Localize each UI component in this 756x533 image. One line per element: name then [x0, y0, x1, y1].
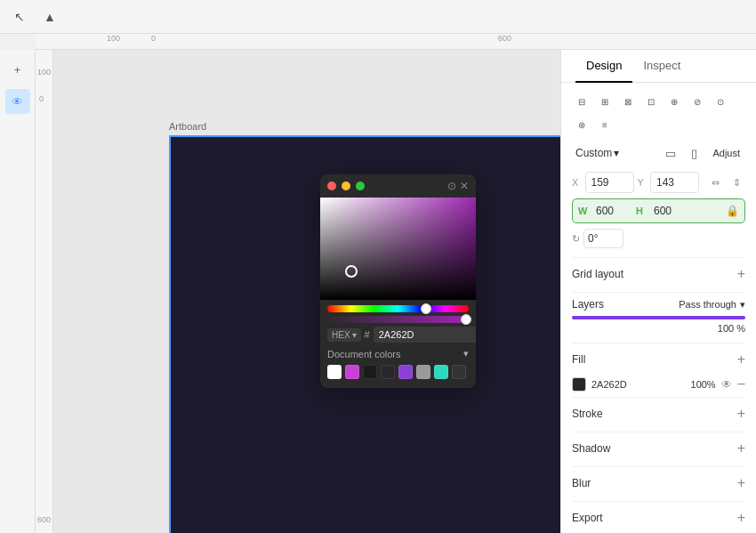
ruler-tick-100: 100 [107, 34, 120, 43]
fill-hex: 2A262D [591, 379, 686, 390]
flip-h-icon[interactable]: ⇔ [706, 174, 724, 191]
export-add[interactable]: + [737, 511, 745, 525]
blur-add[interactable]: + [737, 476, 745, 490]
swatch-white[interactable] [327, 365, 342, 379]
divider-3 [572, 343, 745, 343]
x-input[interactable] [585, 172, 634, 193]
picker-minimize-button[interactable] [342, 182, 350, 190]
stroke-add[interactable]: + [737, 407, 745, 421]
opacity-slider-fill [572, 316, 745, 319]
fill-item: 2A262D 100% 👁 − [572, 377, 745, 392]
picker-icons: ⊙ ✕ [447, 180, 469, 192]
stroke-header: Stroke + [572, 403, 745, 424]
rotation-icon: ↻ [572, 233, 580, 245]
lock-icon[interactable]: 🔒 [726, 205, 739, 217]
wh-size-row: W H 🔒 [572, 198, 745, 223]
swatch-dark1[interactable] [363, 365, 377, 379]
ruler-top: 100 0 600 [36, 34, 756, 50]
doc-colors-label: Document colors [327, 349, 401, 359]
canvas-area[interactable]: Artboard ⊙ ✕ [53, 50, 560, 533]
rotation-row: ↻ [572, 229, 745, 248]
divider-1 [572, 257, 745, 258]
picker-maximize-button[interactable] [356, 182, 365, 190]
stroke-title: Stroke [572, 408, 603, 420]
y-label: Y [638, 177, 647, 188]
ruler-tick-left-600: 600 [37, 515, 51, 524]
mobile-view-button[interactable]: ▯ [684, 143, 704, 163]
flip-v-icon[interactable]: ⇕ [728, 174, 745, 191]
fill-title: Fill [572, 353, 585, 366]
y-input[interactable] [650, 172, 699, 193]
device-buttons: ▭ ▯ [661, 143, 704, 163]
h-input[interactable] [650, 201, 690, 221]
swatch-teal[interactable] [434, 365, 448, 379]
swatch-violet[interactable] [398, 365, 413, 379]
xy-icons: ⇔ ⇕ [706, 174, 745, 191]
divider-6 [572, 466, 745, 467]
blur-title: Blur [572, 477, 591, 489]
rotation-input[interactable] [583, 229, 623, 248]
picker-titlebar: ⊙ ✕ [320, 174, 476, 198]
swatch-dark2[interactable] [381, 365, 395, 379]
fill-opacity: 100% [691, 379, 716, 390]
align-toolbar: ⊟ ⊞ ⊠ ⊡ ⊕ ⊘ ⊙ ⊛ ≡ [572, 92, 745, 134]
export-title: Export [572, 512, 603, 524]
panel-content: ⊟ ⊞ ⊠ ⊡ ⊕ ⊘ ⊙ ⊛ ≡ Custom ▾ ▭ ▯ [561, 83, 756, 533]
ruler-tick-left-100: 100 [37, 68, 51, 77]
distribute-h-button[interactable]: ⊙ [711, 92, 730, 111]
align-center-h-button[interactable]: ⊞ [595, 92, 615, 111]
alpha-thumb [461, 314, 471, 325]
align-center-v-button[interactable]: ⊕ [664, 92, 684, 111]
grid-layout-header: Grid layout + [572, 263, 745, 285]
grid-layout-add[interactable]: + [737, 267, 745, 281]
swatch-purple[interactable] [345, 365, 359, 379]
fill-eye-icon[interactable]: 👁 [721, 378, 732, 391]
opacity-row: 100 % [572, 316, 745, 334]
fill-remove-button[interactable]: − [737, 377, 745, 392]
x-label: X [572, 177, 582, 188]
swatch-dark3[interactable] [452, 365, 466, 379]
preset-toolbar: Custom ▾ ▭ ▯ Adjust [572, 143, 745, 163]
align-top-button[interactable]: ⊡ [641, 92, 661, 111]
hex-hash: # [365, 329, 370, 340]
layers-mode-dropdown[interactable]: Pass through ▾ [679, 299, 745, 311]
plus-icon[interactable]: + [5, 57, 30, 82]
alpha-slider[interactable] [327, 316, 469, 323]
right-panel: Design Inspect ⊟ ⊞ ⊠ ⊡ ⊕ ⊘ ⊙ ⊛ ≡ Custom … [560, 50, 756, 533]
preset-dropdown[interactable]: Custom ▾ [572, 145, 623, 161]
doc-colors-grid [327, 365, 469, 379]
eye-icon[interactable]: 👁 [5, 89, 30, 114]
align-bottom-button[interactable]: ⊘ [688, 92, 707, 111]
move-tool-button[interactable]: ↖ [7, 4, 32, 29]
picker-dropper-icon[interactable]: ⊙ [447, 180, 456, 192]
hue-slider[interactable] [327, 305, 469, 312]
fill-swatch[interactable] [572, 377, 586, 392]
align-left-button[interactable]: ⊟ [572, 92, 591, 111]
doc-colors-header[interactable]: Document colors ▾ [327, 348, 469, 359]
picker-close-button[interactable] [327, 182, 336, 190]
hex-row: HEX ▾ # ✒ [320, 327, 476, 343]
inspect-tab[interactable]: Inspect [632, 50, 691, 83]
layers-row: Layers Pass through ▾ [572, 298, 745, 311]
picker-close-icon[interactable]: ✕ [460, 180, 469, 192]
design-tab[interactable]: Design [575, 50, 632, 83]
ruler-tick-left-0: 0 [39, 94, 44, 103]
fill-header: Fill + [572, 349, 745, 370]
hex-input[interactable] [374, 327, 476, 343]
align-right-button[interactable]: ⊠ [618, 92, 638, 111]
adjust-button[interactable]: Adjust [707, 146, 745, 160]
opacity-value: 100 % [718, 323, 745, 334]
swatch-gray[interactable] [416, 365, 430, 379]
color-gradient-picker[interactable] [320, 198, 476, 300]
fill-add[interactable]: + [737, 352, 745, 367]
distribute-v-button[interactable]: ⊛ [572, 115, 591, 134]
w-input[interactable] [592, 201, 632, 221]
shadow-add[interactable]: + [737, 441, 745, 456]
more-options-button[interactable]: ≡ [595, 115, 615, 134]
opacity-slider[interactable] [572, 316, 745, 319]
hex-mode-button[interactable]: HEX ▾ [327, 328, 361, 342]
h-label: H [636, 206, 647, 216]
expand-tool-button[interactable]: ▲ [37, 4, 62, 29]
top-bar: ↖ ▲ [0, 0, 756, 34]
desktop-view-button[interactable]: ▭ [661, 143, 680, 163]
